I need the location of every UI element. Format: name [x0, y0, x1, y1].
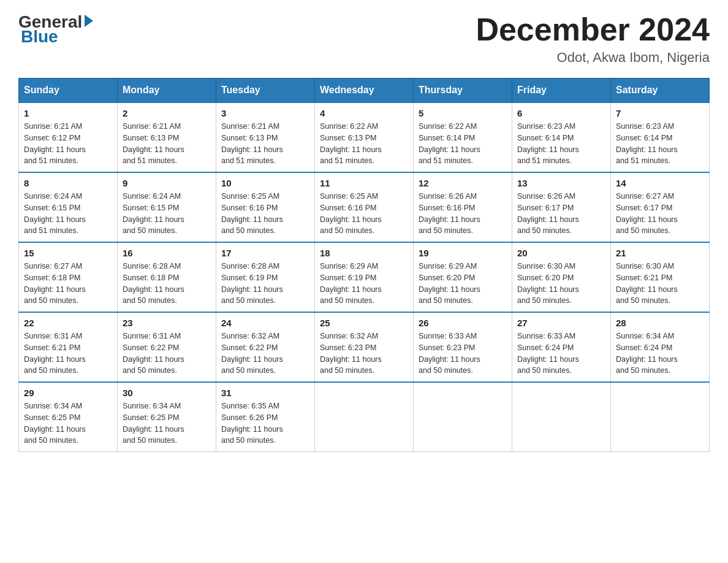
calendar-cell: 21Sunrise: 6:30 AMSunset: 6:21 PMDayligh…	[611, 242, 710, 312]
day-info: Sunrise: 6:24 AMSunset: 6:15 PMDaylight:…	[24, 191, 112, 237]
calendar-cell: 31Sunrise: 6:35 AMSunset: 6:26 PMDayligh…	[216, 382, 315, 452]
day-info: Sunrise: 6:27 AMSunset: 6:18 PMDaylight:…	[24, 261, 112, 307]
day-number: 27	[517, 318, 605, 328]
day-number: 4	[320, 108, 408, 118]
calendar-cell: 14Sunrise: 6:27 AMSunset: 6:17 PMDayligh…	[611, 172, 710, 242]
calendar-cell: 24Sunrise: 6:32 AMSunset: 6:22 PMDayligh…	[216, 312, 315, 382]
calendar-cell: 6Sunrise: 6:23 AMSunset: 6:14 PMDaylight…	[512, 102, 611, 172]
calendar-cell: 20Sunrise: 6:30 AMSunset: 6:20 PMDayligh…	[512, 242, 611, 312]
calendar-cell: 9Sunrise: 6:24 AMSunset: 6:15 PMDaylight…	[118, 172, 216, 242]
calendar-cell: 5Sunrise: 6:22 AMSunset: 6:14 PMDaylight…	[414, 102, 512, 172]
day-number: 20	[517, 248, 605, 258]
day-number: 17	[221, 248, 309, 258]
calendar-cell: 25Sunrise: 6:32 AMSunset: 6:23 PMDayligh…	[315, 312, 414, 382]
column-header-saturday: Saturday	[611, 79, 710, 103]
column-header-wednesday: Wednesday	[315, 79, 414, 103]
column-header-tuesday: Tuesday	[216, 79, 315, 103]
logo: General Blue	[18, 12, 93, 47]
day-info: Sunrise: 6:25 AMSunset: 6:16 PMDaylight:…	[221, 191, 309, 237]
day-number: 6	[517, 108, 605, 118]
column-header-sunday: Sunday	[19, 79, 118, 103]
day-number: 8	[24, 178, 112, 188]
day-info: Sunrise: 6:26 AMSunset: 6:17 PMDaylight:…	[517, 191, 605, 237]
calendar-cell: 2Sunrise: 6:21 AMSunset: 6:13 PMDaylight…	[118, 102, 216, 172]
page-header: General Blue December 2024 Odot, Akwa Ib…	[18, 12, 710, 66]
day-info: Sunrise: 6:21 AMSunset: 6:13 PMDaylight:…	[221, 121, 309, 167]
day-info: Sunrise: 6:26 AMSunset: 6:16 PMDaylight:…	[419, 191, 507, 237]
column-header-friday: Friday	[512, 79, 611, 103]
day-info: Sunrise: 6:35 AMSunset: 6:26 PMDaylight:…	[221, 400, 309, 446]
day-number: 14	[616, 178, 704, 188]
calendar-cell: 10Sunrise: 6:25 AMSunset: 6:16 PMDayligh…	[216, 172, 315, 242]
calendar-cell: 27Sunrise: 6:33 AMSunset: 6:24 PMDayligh…	[512, 312, 611, 382]
day-info: Sunrise: 6:30 AMSunset: 6:20 PMDaylight:…	[517, 261, 605, 307]
day-info: Sunrise: 6:23 AMSunset: 6:14 PMDaylight:…	[616, 121, 704, 167]
calendar-cell: 17Sunrise: 6:28 AMSunset: 6:19 PMDayligh…	[216, 242, 315, 312]
day-number: 16	[123, 248, 211, 258]
calendar-cell	[315, 382, 414, 452]
day-info: Sunrise: 6:34 AMSunset: 6:25 PMDaylight:…	[24, 400, 112, 446]
calendar-cell: 11Sunrise: 6:25 AMSunset: 6:16 PMDayligh…	[315, 172, 414, 242]
day-info: Sunrise: 6:30 AMSunset: 6:21 PMDaylight:…	[616, 261, 704, 307]
calendar-cell: 30Sunrise: 6:34 AMSunset: 6:25 PMDayligh…	[118, 382, 216, 452]
calendar-cell: 22Sunrise: 6:31 AMSunset: 6:21 PMDayligh…	[19, 312, 118, 382]
location-text: Odot, Akwa Ibom, Nigeria	[476, 50, 710, 66]
day-number: 22	[24, 318, 112, 328]
calendar-cell: 18Sunrise: 6:29 AMSunset: 6:19 PMDayligh…	[315, 242, 414, 312]
calendar-cell: 13Sunrise: 6:26 AMSunset: 6:17 PMDayligh…	[512, 172, 611, 242]
calendar-cell: 19Sunrise: 6:29 AMSunset: 6:20 PMDayligh…	[414, 242, 512, 312]
calendar-week-row: 8Sunrise: 6:24 AMSunset: 6:15 PMDaylight…	[19, 172, 710, 242]
day-info: Sunrise: 6:32 AMSunset: 6:22 PMDaylight:…	[221, 331, 309, 377]
day-info: Sunrise: 6:33 AMSunset: 6:24 PMDaylight:…	[517, 331, 605, 377]
day-info: Sunrise: 6:28 AMSunset: 6:18 PMDaylight:…	[123, 261, 211, 307]
calendar-cell: 4Sunrise: 6:22 AMSunset: 6:13 PMDaylight…	[315, 102, 414, 172]
calendar-cell: 7Sunrise: 6:23 AMSunset: 6:14 PMDaylight…	[611, 102, 710, 172]
calendar-cell: 28Sunrise: 6:34 AMSunset: 6:24 PMDayligh…	[611, 312, 710, 382]
calendar-cell: 15Sunrise: 6:27 AMSunset: 6:18 PMDayligh…	[19, 242, 118, 312]
calendar-table: SundayMondayTuesdayWednesdayThursdayFrid…	[18, 78, 710, 452]
calendar-cell: 26Sunrise: 6:33 AMSunset: 6:23 PMDayligh…	[414, 312, 512, 382]
calendar-cell	[512, 382, 611, 452]
day-info: Sunrise: 6:21 AMSunset: 6:13 PMDaylight:…	[123, 121, 211, 167]
day-number: 18	[320, 248, 408, 258]
day-info: Sunrise: 6:22 AMSunset: 6:13 PMDaylight:…	[320, 121, 408, 167]
calendar-cell: 3Sunrise: 6:21 AMSunset: 6:13 PMDaylight…	[216, 102, 315, 172]
day-number: 23	[123, 318, 211, 328]
day-number: 13	[517, 178, 605, 188]
day-number: 2	[123, 108, 211, 118]
day-number: 28	[616, 318, 704, 328]
calendar-cell: 8Sunrise: 6:24 AMSunset: 6:15 PMDaylight…	[19, 172, 118, 242]
calendar-week-row: 29Sunrise: 6:34 AMSunset: 6:25 PMDayligh…	[19, 382, 710, 452]
day-info: Sunrise: 6:22 AMSunset: 6:14 PMDaylight:…	[419, 121, 507, 167]
day-info: Sunrise: 6:21 AMSunset: 6:12 PMDaylight:…	[24, 121, 112, 167]
day-info: Sunrise: 6:29 AMSunset: 6:20 PMDaylight:…	[419, 261, 507, 307]
day-number: 19	[419, 248, 507, 258]
title-section: December 2024 Odot, Akwa Ibom, Nigeria	[476, 12, 710, 66]
day-info: Sunrise: 6:34 AMSunset: 6:25 PMDaylight:…	[123, 400, 211, 446]
day-info: Sunrise: 6:34 AMSunset: 6:24 PMDaylight:…	[616, 331, 704, 377]
day-number: 1	[24, 108, 112, 118]
day-info: Sunrise: 6:28 AMSunset: 6:19 PMDaylight:…	[221, 261, 309, 307]
day-number: 29	[24, 388, 112, 398]
calendar-header-row: SundayMondayTuesdayWednesdayThursdayFrid…	[19, 79, 710, 103]
day-number: 24	[221, 318, 309, 328]
calendar-cell: 29Sunrise: 6:34 AMSunset: 6:25 PMDayligh…	[19, 382, 118, 452]
day-info: Sunrise: 6:24 AMSunset: 6:15 PMDaylight:…	[123, 191, 211, 237]
calendar-cell	[611, 382, 710, 452]
day-info: Sunrise: 6:23 AMSunset: 6:14 PMDaylight:…	[517, 121, 605, 167]
day-info: Sunrise: 6:25 AMSunset: 6:16 PMDaylight:…	[320, 191, 408, 237]
calendar-cell: 16Sunrise: 6:28 AMSunset: 6:18 PMDayligh…	[118, 242, 216, 312]
logo-triangle-icon	[85, 15, 93, 27]
calendar-cell: 23Sunrise: 6:31 AMSunset: 6:22 PMDayligh…	[118, 312, 216, 382]
day-info: Sunrise: 6:31 AMSunset: 6:21 PMDaylight:…	[24, 331, 112, 377]
day-number: 5	[419, 108, 507, 118]
calendar-cell: 1Sunrise: 6:21 AMSunset: 6:12 PMDaylight…	[19, 102, 118, 172]
column-header-thursday: Thursday	[414, 79, 512, 103]
day-number: 31	[221, 388, 309, 398]
day-number: 25	[320, 318, 408, 328]
calendar-cell: 12Sunrise: 6:26 AMSunset: 6:16 PMDayligh…	[414, 172, 512, 242]
day-number: 21	[616, 248, 704, 258]
day-info: Sunrise: 6:32 AMSunset: 6:23 PMDaylight:…	[320, 331, 408, 377]
day-number: 3	[221, 108, 309, 118]
day-number: 26	[419, 318, 507, 328]
